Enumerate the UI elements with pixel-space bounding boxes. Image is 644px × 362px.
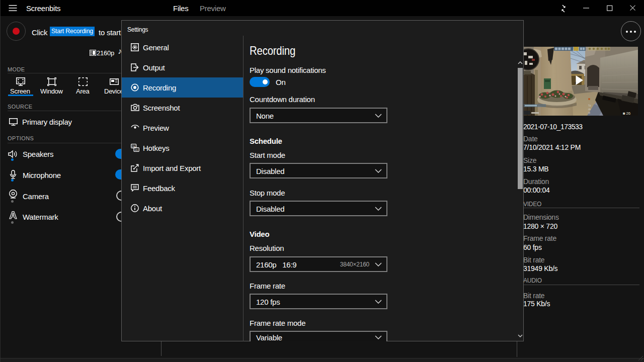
svg-text:Ctrl: Ctrl [132, 145, 135, 148]
svg-text:+C: +C [134, 148, 138, 151]
